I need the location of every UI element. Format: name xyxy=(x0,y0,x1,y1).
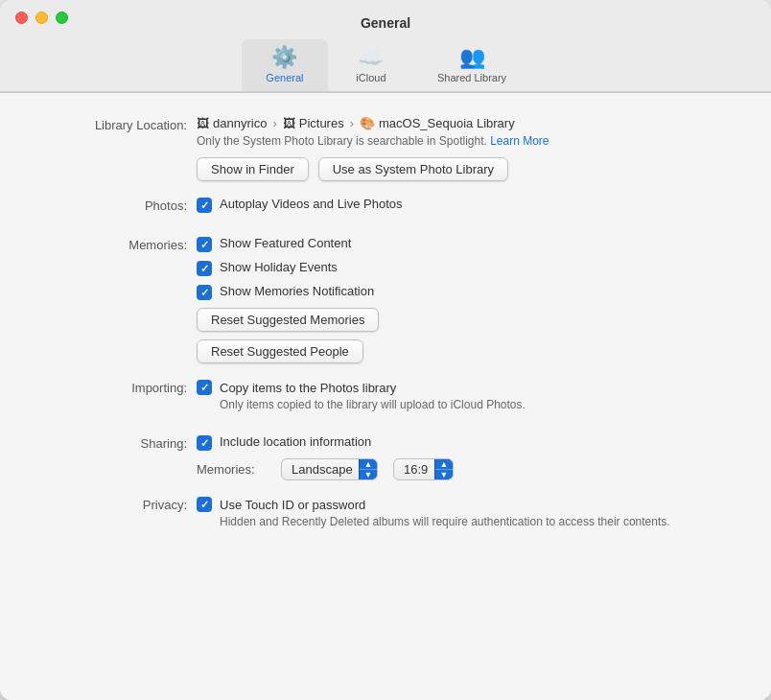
sharing-content: Include location information Memories: L… xyxy=(197,434,733,480)
library-path: 🖼 dannyrico › 🖼 Pictures › 🎨 macOS_Sequo… xyxy=(197,116,733,130)
location-label: Include location information xyxy=(220,434,371,449)
use-as-system-library-button[interactable]: Use as System Photo Library xyxy=(318,157,508,181)
path-part-1: dannyrico xyxy=(213,116,267,130)
featured-checkbox-row: Show Featured Content xyxy=(197,236,733,252)
sharing-label: Sharing: xyxy=(38,434,187,451)
privacy-row: Privacy: Use Touch ID or password Hidden… xyxy=(38,496,733,536)
notification-label: Show Memories Notification xyxy=(220,284,374,298)
ratio-stepper: ▲ ▼ xyxy=(434,459,453,479)
show-in-finder-button[interactable]: Show in Finder xyxy=(197,157,309,181)
ratio-select-wrapper: 16:9 4:3 1:1 ▲ ▼ xyxy=(393,458,454,480)
importing-row: Importing: Copy items to the Photos libr… xyxy=(38,379,733,419)
maximize-button[interactable] xyxy=(56,12,68,24)
ratio-down-button[interactable]: ▼ xyxy=(435,470,453,479)
importing-label: Importing: xyxy=(38,379,187,395)
importing-note: Only items copied to the library will up… xyxy=(220,398,526,411)
autoplay-checkbox-row: Autoplay Videos and Live Photos xyxy=(197,197,733,213)
memories-row: Memories: Show Featured Content Show Hol… xyxy=(38,236,733,363)
holiday-label: Show Holiday Events xyxy=(220,260,338,274)
holiday-checkbox-row: Show Holiday Events xyxy=(197,260,733,276)
path-icon-1: 🖼 xyxy=(197,116,209,130)
notification-checkbox[interactable] xyxy=(197,285,212,300)
content-area: Library Location: 🖼 dannyrico › 🖼 Pictur… xyxy=(0,93,771,700)
tab-shared-library-label: Shared Library xyxy=(437,72,506,83)
title-bar: General ⚙️ General ☁️ iCloud 👥 Shared Li… xyxy=(0,0,771,92)
learn-more-link[interactable]: Learn More xyxy=(490,134,549,148)
path-sep-2: › xyxy=(350,116,354,130)
memories-content: Show Featured Content Show Holiday Event… xyxy=(197,236,733,363)
orientation-up-button[interactable]: ▲ xyxy=(360,459,377,470)
minimize-button[interactable] xyxy=(35,12,48,24)
path-icon-2: 🖼 xyxy=(283,116,295,130)
shared-library-icon: 👥 xyxy=(459,47,485,68)
library-location-label: Library Location: xyxy=(38,116,187,132)
tab-general[interactable]: ⚙️ General xyxy=(242,39,328,91)
tab-icloud[interactable]: ☁️ iCloud xyxy=(328,39,414,91)
orientation-stepper: ▲ ▼ xyxy=(359,459,377,479)
location-checkbox[interactable] xyxy=(197,435,212,451)
toolbar: ⚙️ General ☁️ iCloud 👥 Shared Library xyxy=(242,32,529,91)
window-title: General xyxy=(361,15,410,31)
privacy-label: Privacy: xyxy=(38,496,187,512)
sharing-row: Sharing: Include location information Me… xyxy=(38,434,733,480)
path-icon-3: 🎨 xyxy=(360,116,375,130)
library-location-row: Library Location: 🖼 dannyrico › 🖼 Pictur… xyxy=(38,116,733,181)
close-button[interactable] xyxy=(15,12,28,24)
library-note: Only the System Photo Library is searcha… xyxy=(197,134,733,148)
memories-label: Memories: xyxy=(38,236,187,252)
holiday-checkbox[interactable] xyxy=(197,261,212,276)
library-buttons: Show in Finder Use as System Photo Libra… xyxy=(197,157,733,181)
featured-checkbox[interactable] xyxy=(197,237,212,252)
orientation-select[interactable]: Landscape Portrait Square xyxy=(282,459,359,479)
touchid-checkbox[interactable] xyxy=(197,497,212,512)
autoplay-label: Autoplay Videos and Live Photos xyxy=(220,197,403,211)
path-part-3: macOS_Sequoia Library xyxy=(379,116,515,130)
gear-icon: ⚙️ xyxy=(271,47,297,68)
library-location-content: 🖼 dannyrico › 🖼 Pictures › 🎨 macOS_Sequo… xyxy=(197,116,733,181)
privacy-content: Use Touch ID or password Hidden and Rece… xyxy=(197,496,733,536)
orientation-select-wrapper: Landscape Portrait Square ▲ ▼ xyxy=(281,458,378,480)
copy-items-checkbox-row: Copy items to the Photos library Only it… xyxy=(197,379,733,411)
touchid-checkbox-row: Use Touch ID or password Hidden and Rece… xyxy=(197,496,733,528)
tab-icloud-label: iCloud xyxy=(356,72,386,83)
autoplay-checkbox[interactable] xyxy=(197,198,212,213)
path-part-2: Pictures xyxy=(299,116,344,130)
location-checkbox-row: Include location information xyxy=(197,434,733,451)
ratio-select[interactable]: 16:9 4:3 1:1 xyxy=(394,459,434,479)
importing-content: Copy items to the Photos library Only it… xyxy=(197,379,733,419)
photos-content: Autoplay Videos and Live Photos xyxy=(197,197,733,221)
memories-select-label: Memories: xyxy=(197,462,273,477)
icloud-icon: ☁️ xyxy=(358,47,384,68)
tab-general-label: General xyxy=(266,72,303,83)
copy-items-text-block: Copy items to the Photos library Only it… xyxy=(220,379,526,411)
reset-suggested-memories-button[interactable]: Reset Suggested Memories xyxy=(197,308,379,332)
main-window: General ⚙️ General ☁️ iCloud 👥 Shared Li… xyxy=(0,0,771,700)
notification-checkbox-row: Show Memories Notification xyxy=(197,284,733,300)
orientation-down-button[interactable]: ▼ xyxy=(360,470,377,479)
photos-label: Photos: xyxy=(38,197,187,213)
memories-select-row: Memories: Landscape Portrait Square ▲ ▼ xyxy=(197,458,733,480)
ratio-up-button[interactable]: ▲ xyxy=(435,459,453,470)
path-sep-1: › xyxy=(272,116,276,130)
tab-shared-library[interactable]: 👥 Shared Library xyxy=(414,39,529,91)
reset-suggested-people-button[interactable]: Reset Suggested People xyxy=(197,339,363,363)
copy-items-label: Copy items to the Photos library xyxy=(220,381,396,395)
touchid-text-block: Use Touch ID or password Hidden and Rece… xyxy=(220,496,670,528)
featured-label: Show Featured Content xyxy=(220,236,351,250)
photos-row: Photos: Autoplay Videos and Live Photos xyxy=(38,197,733,221)
touchid-label: Use Touch ID or password xyxy=(220,498,365,512)
copy-items-checkbox[interactable] xyxy=(197,380,212,395)
privacy-note: Hidden and Recently Deleted albums will … xyxy=(220,515,670,528)
